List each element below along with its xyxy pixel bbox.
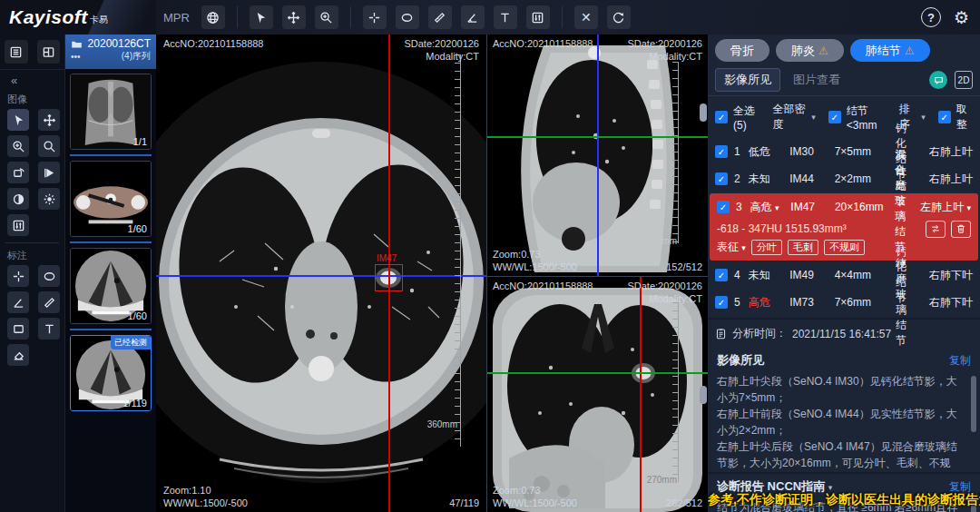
nodule-checkbox[interactable]: ✓ [715,269,728,281]
annotate-tools-label: 标注 [0,245,64,265]
window-level-tool-button[interactable] [526,5,550,29]
angle-annotate-button[interactable] [7,291,29,313]
mpr-icon[interactable] [201,5,225,29]
nodule-risk-dropdown[interactable]: 高危 ▾ [750,200,791,215]
reset-rotate-tool-button[interactable] [607,5,631,29]
nodule-row-3-selected[interactable]: ✓ 3 高危 ▾ IM47 20×16mm 混合磨玻璃结节 ▾ 左肺上叶 ▾ -… [710,193,978,261]
ruler-pencil-tool-button[interactable] [428,5,452,29]
report-bubble-icon[interactable] [929,71,947,89]
rectangle-annotate-button[interactable] [7,318,29,340]
rotate-image-button[interactable] [7,162,29,183]
help-button[interactable]: ? [921,7,941,27]
mode-pneumonia-button[interactable]: 肺炎 ⚠ [776,39,844,62]
detected-badge: 已经检测 [111,336,151,350]
tab-findings[interactable]: 影像所见 [715,68,780,92]
trait-tag[interactable]: 分叶 [751,240,782,255]
series-list-button[interactable] [5,40,28,64]
pan-tool-button[interactable] [282,5,306,29]
text-tool-button[interactable] [494,5,517,29]
copy-findings-button[interactable]: 复制 [949,353,971,369]
crosshair-horizontal-blue[interactable] [156,275,487,277]
angle-tool-button[interactable] [461,5,485,29]
density-filter-dropdown[interactable]: 全部密度 [773,102,807,133]
mode-fracture-button[interactable]: 骨折 [715,39,769,62]
nodule-im: IM30 [789,145,834,158]
nodule-checkbox[interactable]: ✓ [715,296,728,309]
nodule-location-dropdown[interactable]: 左肺上叶 ▾ [906,200,971,215]
mode-nodule-button[interactable]: 肺结节 ⚠ [850,39,930,62]
nodule-size: 20×16mm [835,201,895,213]
top-toolbar: Kayisoft 卡易 MPR ✕ ? ⚙ [0,0,980,34]
crosshair-annotate-button[interactable] [7,265,29,287]
coronal-sdate: SDate:20200126 [627,281,702,291]
trait-tag[interactable]: 毛刺 [788,240,818,255]
toolbar-divider [350,6,351,28]
findings-scrollbar[interactable] [971,376,976,432]
zoom-in-tool-button[interactable] [315,5,338,29]
round-label[interactable]: 取整 [956,102,973,133]
cursor-tool-button[interactable] [7,109,29,131]
nodule-row-4[interactable]: ✓ 4 未知 IM49 4×4mm 钙化结节 右肺下叶 [708,261,980,289]
pencil-annotate-button[interactable] [38,291,60,313]
pan-tool-button[interactable] [38,109,60,131]
ellipse-annotate-button[interactable] [38,265,60,287]
cine-play-button[interactable] [38,162,60,183]
nodule-checkbox[interactable]: ✓ [715,172,728,185]
viewport-sagittal[interactable]: 270mm AccNO:202101158888 SDate:20200126 … [487,34,708,277]
settings-button[interactable]: ⚙ [954,7,969,28]
cursor-tool-button[interactable] [250,5,273,29]
lt3mm-label[interactable]: 结节<3mm [847,103,887,132]
collapse-panel-button[interactable]: « [0,70,64,89]
ellipse-tool-button[interactable] [396,5,419,29]
window-level-button[interactable] [7,214,29,236]
convert-nodule-button[interactable] [926,221,946,238]
ai-findings-panel: 骨折 肺炎 ⚠ 肺结节 ⚠ 影像所见 图片查看 2D ✓ 全选(5) 全部密度 … [708,34,980,512]
viewport-coronal[interactable]: 270mm AccNO:202101158888 SDate:20200126 … [487,277,708,512]
lt3mm-checkbox[interactable]: ✓ [828,111,841,123]
thumbnail-separator [70,154,152,156]
close-tool-button[interactable]: ✕ [574,5,598,29]
axial-zoom: Zoom:1.10 [163,485,211,496]
series-header[interactable]: 20200126CT ••• (4)序列 [65,34,156,69]
invert-contrast-button[interactable] [7,188,29,210]
select-all-label[interactable]: 全选(5) [733,103,760,132]
trait-tag[interactable]: 不规则 [824,240,865,255]
thumbnail-detected-series[interactable]: 已经检测 1/119 [70,335,152,411]
2d-view-button[interactable]: 2D [955,71,973,89]
tab-image-view[interactable]: 图片查看 [793,72,840,88]
nodule-row-1[interactable]: ✓ 1 低危 IM30 7×5mm 钙化结节 右肺上叶 [708,138,980,165]
thumbnail-recon-series[interactable]: 1/60 [70,248,152,324]
traits-dropdown[interactable]: 表征 ▾ [717,240,746,255]
thumbnail-scout[interactable]: 1/1 [70,74,152,150]
magnify-tool-button[interactable] [38,135,60,157]
nodule-checkbox[interactable]: ✓ [715,145,728,158]
text-annotate-button[interactable] [38,318,60,340]
delete-nodule-button[interactable] [951,221,971,238]
nodule-location: 右肺上叶 [906,172,973,187]
finding-line: 右肺上叶尖段（SeNO.4 IM30）见钙化结节影，大小为7×5mm； [717,373,964,406]
crosshair-vertical-blue[interactable] [597,34,599,277]
check-icon: ✓ [718,113,725,123]
zoom-in-tool-button[interactable] [7,135,29,157]
crosshair-vertical-red[interactable] [640,277,642,512]
nodule-row-2[interactable]: ✓ 2 未知 IM44 2×2mm 实性结节 右肺上叶 [708,165,980,192]
round-checkbox[interactable]: ✓ [938,111,951,123]
eraser-button[interactable] [7,344,29,366]
brightness-button[interactable] [38,188,60,210]
thumbnail-axial-series[interactable]: 1/60 [70,161,152,237]
nodule-size: 7×5mm [835,145,896,158]
layout-button[interactable] [37,40,61,64]
nodule-checkbox[interactable]: ✓ [717,201,730,213]
more-icon[interactable]: ••• [71,52,81,62]
nodule-row-5[interactable]: ✓ 5 高危 IM73 7×6mm 纯磨玻璃结节 右肺下叶 [708,289,980,316]
crosshair-tool-button[interactable] [363,5,387,29]
nodule-roi-box[interactable] [375,264,403,291]
sagittal-scrollbar[interactable] [700,103,707,122]
warning-icon: ⚠ [818,44,828,57]
nodule-size: 2×2mm [835,172,896,185]
select-all-checkbox[interactable]: ✓ [715,111,728,123]
sagittal-accno: AccNO:202101158888 [493,38,593,49]
viewport-axial[interactable]: IM47 360mm AccNO:202101158888 SDate:2020… [156,34,487,512]
nodule-risk: 高危 [749,295,789,310]
coronal-scrollbar[interactable] [700,386,707,404]
